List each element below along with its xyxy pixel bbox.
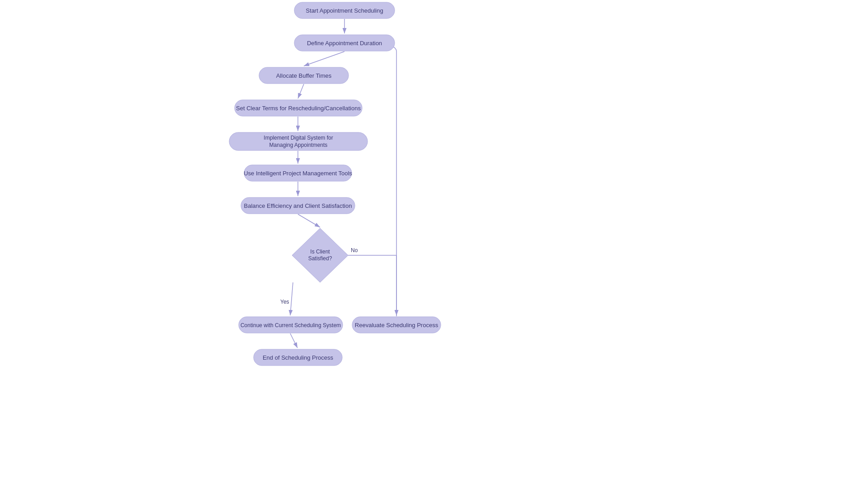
node-implement-label2: Managing Appointments — [269, 142, 328, 148]
arrow-reevaluate-define — [370, 43, 396, 316]
node-diamond-label2: Satisfied? — [308, 255, 332, 262]
node-diamond-label1: Is Client — [310, 249, 330, 255]
arrow-define-allocate — [304, 52, 344, 66]
node-implement-label1: Implement Digital System for — [264, 135, 333, 141]
no-label: No — [351, 247, 358, 253]
node-define-label: Define Appointment Duration — [307, 40, 382, 47]
node-end-label: End of Scheduling Process — [263, 354, 334, 361]
node-setclear-label: Set Clear Terms for Rescheduling/Cancell… — [236, 105, 361, 112]
yes-label: Yes — [280, 299, 289, 305]
node-continue-label: Continue with Current Scheduling System — [241, 322, 341, 328]
arrow-continue-end — [290, 333, 297, 348]
arrow-balance-diamond — [298, 214, 320, 227]
flowchart: Yes No Start Appointment Scheduling Defi… — [0, 0, 868, 488]
node-start-label: Start Appointment Scheduling — [306, 7, 383, 14]
node-balance-label: Balance Efficiency and Client Satisfacti… — [244, 202, 352, 209]
node-usetools-label: Use Intelligent Project Management Tools — [244, 170, 352, 177]
arrow-diamond-yes-continue — [290, 282, 293, 315]
flowchart-svg: Yes No Start Appointment Scheduling Defi… — [0, 0, 868, 488]
node-allocate-label: Allocate Buffer Times — [276, 72, 332, 79]
node-reevaluate-label: Reevaluate Scheduling Process — [355, 322, 439, 328]
arrow-allocate-setclear — [298, 84, 304, 99]
